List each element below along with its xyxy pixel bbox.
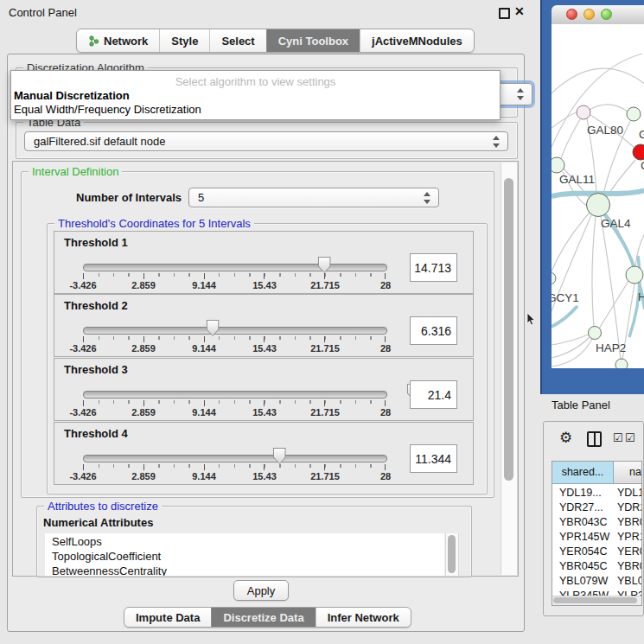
table-cell[interactable]: YBL0 (617, 575, 642, 587)
scrollbar-thumb[interactable] (553, 597, 637, 603)
node-label: GAL4 (601, 217, 631, 230)
settings-vertical-scrollbar[interactable] (501, 163, 518, 575)
table-data-combobox[interactable]: galFiltered.sif default node (24, 131, 508, 151)
slider-thumb[interactable] (273, 448, 286, 464)
list-item[interactable]: SelfLoops (52, 535, 102, 548)
interval-definition-label: Interval Definition (29, 165, 122, 178)
threshold-1-slider[interactable] (83, 264, 387, 271)
slider-scale: -3.426 2.859 9.144 15.43 21.715 28 (83, 471, 386, 481)
scrollbar-thumb[interactable] (448, 535, 456, 573)
table-cell[interactable]: YBL079W (559, 575, 608, 587)
tab-style[interactable]: Style (159, 29, 209, 52)
node-selected-red[interactable] (633, 144, 644, 160)
table-cell[interactable]: YBR0 (617, 560, 642, 572)
tab-cyni-toolbox[interactable]: Cyni Toolbox (266, 29, 360, 52)
table-cell[interactable]: YER0 (617, 545, 642, 558)
table-cell[interactable]: YDL1 (617, 487, 642, 499)
table-horizontal-scrollbar[interactable] (552, 596, 641, 605)
checkbox-icon[interactable]: ☑ (613, 431, 623, 444)
node-h[interactable] (626, 266, 643, 284)
slider-ticks (83, 400, 386, 406)
node-label: GCY1 (552, 291, 579, 304)
threshold-1-value-field[interactable]: 14.713 (410, 253, 457, 282)
column-header-shared-name[interactable]: shared... (552, 462, 614, 484)
node-bottom[interactable] (615, 359, 628, 368)
threshold-1-label: Threshold 1 (64, 236, 128, 249)
network-view-window: GAL80 GAL GAL11 GAL4 C GCY1 H HAP2 (540, 0, 644, 394)
threshold-4-label: Threshold 4 (64, 427, 128, 440)
tab-network[interactable]: Network (77, 29, 159, 52)
threshold-4-value-field[interactable]: 11.344 (410, 444, 457, 473)
tab-infer-network[interactable]: Infer Network (316, 608, 411, 627)
apply-button[interactable]: Apply (233, 580, 289, 601)
table-cell[interactable]: YBR0 (617, 516, 642, 528)
close-icon[interactable]: ✕ (514, 4, 525, 18)
zoom-traffic-light[interactable] (601, 9, 612, 20)
mouse-cursor (526, 313, 537, 327)
attributes-list: SelfLoops TopologicalCoefficient Between… (45, 533, 444, 576)
threshold-2-label: Threshold 2 (64, 299, 128, 312)
slider-scale: -3.426 2.859 9.144 15.43 21.715 28 (83, 280, 386, 290)
threshold-1-panel: Threshold 1 -3.426 2.859 9.144 15.43 21.… (54, 231, 474, 294)
table-cell[interactable]: YBR045C (559, 560, 608, 572)
threshold-2-slider[interactable] (83, 327, 387, 335)
column-header-name[interactable]: na (614, 462, 642, 484)
slider-thumb[interactable] (318, 257, 331, 273)
node-gal[interactable] (627, 107, 641, 121)
table-cell[interactable]: YPR145W (559, 531, 609, 543)
table-cell[interactable]: YPR1 (617, 531, 642, 543)
combo-arrows-icon (517, 88, 524, 100)
table-cell[interactable]: YER054C (559, 545, 608, 558)
node-label: GAL11 (559, 173, 595, 186)
minimize-traffic-light[interactable] (583, 9, 595, 20)
tab-discretize-data[interactable]: Discretize Data (211, 608, 315, 627)
screen: Control Panel ✕ Network Style Select (0, 0, 644, 644)
table-cell[interactable]: YDR2 (617, 501, 642, 513)
network-window-titlebar[interactable] (552, 5, 644, 25)
table-cell[interactable]: YDL19... (559, 487, 602, 499)
tab-select[interactable]: Select (209, 29, 265, 52)
node-table: shared... na YDL19... YDR27... YBR043C Y… (552, 461, 642, 606)
table-panel-box: ⚙ ☑ ☑ shared... na YDL19... YDR27... YBR… (543, 421, 644, 616)
dropdown-option-equal-width[interactable]: Equal Width/Frequency Discretization (14, 103, 201, 116)
numerical-attributes-label: Numerical Attributes (43, 516, 153, 529)
slider-ticks (83, 464, 386, 470)
table-cell[interactable]: YBR043C (559, 516, 608, 528)
close-traffic-light[interactable] (566, 9, 577, 20)
number-of-intervals-combobox[interactable]: 5 (188, 188, 439, 207)
scrollbar-thumb[interactable] (504, 178, 513, 481)
number-of-intervals-value: 5 (198, 191, 204, 204)
node-gcy1[interactable] (552, 272, 556, 284)
network-canvas[interactable]: GAL80 GAL GAL11 GAL4 C GCY1 H HAP2 (552, 24, 644, 368)
slider-ticks (83, 336, 386, 342)
node-gal4[interactable] (587, 194, 610, 217)
threshold-3-value-field[interactable]: 21.4 (410, 380, 457, 409)
node-label: H (638, 290, 644, 303)
slider-ticks (83, 273, 386, 279)
thresholds-group-label: Threshold's Coordinates for 5 Intervals (54, 217, 254, 230)
list-item[interactable]: TopologicalCoefficient (52, 550, 161, 563)
threshold-2-value-field[interactable]: 6.316 (410, 316, 457, 345)
node-label: C (641, 159, 644, 172)
list-item[interactable]: BetweennessCentrality (52, 564, 167, 576)
node-hap2[interactable] (589, 327, 602, 340)
gear-icon[interactable]: ⚙ (559, 429, 572, 447)
threshold-4-slider[interactable] (83, 455, 387, 462)
slider-thumb[interactable] (207, 320, 220, 336)
checkbox-icon[interactable]: ☑ (625, 431, 635, 444)
tab-jactivemnodules[interactable]: jActiveMNodules (360, 29, 474, 52)
attributes-list-scrollbar[interactable] (445, 533, 459, 576)
top-tab-bar: Network Style Select Cyni Toolbox jActiv… (76, 29, 475, 53)
algorithm-dropdown-popup: Select algorithm to view settings Manual… (10, 70, 501, 120)
table-cell[interactable]: YDR27... (559, 501, 603, 513)
float-window-icon[interactable] (499, 8, 510, 19)
split-columns-icon[interactable] (587, 431, 602, 447)
node-gal80[interactable] (577, 105, 590, 119)
tab-impute-data[interactable]: Impute Data (124, 608, 211, 627)
threshold-3-slider[interactable] (83, 391, 387, 399)
dropdown-option-manual[interactable]: Manual Discretization (14, 89, 130, 102)
network-nodes (552, 105, 644, 368)
node-gal11[interactable] (552, 157, 564, 173)
control-panel: Control Panel ✕ Network Style Select (0, 0, 536, 644)
node-label: GAL (639, 128, 644, 141)
